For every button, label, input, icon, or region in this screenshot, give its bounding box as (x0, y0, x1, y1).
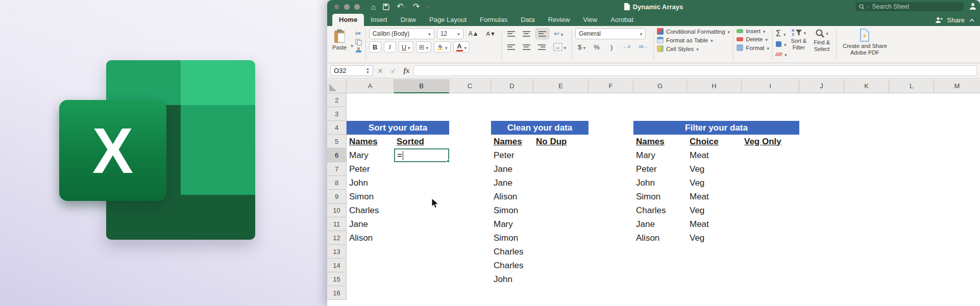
cell-H11[interactable]: Meat (687, 217, 742, 231)
cell-A7[interactable]: Peter (347, 162, 394, 176)
row-header-9[interactable]: 9 (327, 190, 347, 203)
grow-font-button[interactable]: A▲ (466, 28, 481, 39)
column-header-J[interactable]: J (799, 79, 844, 93)
row-header-6[interactable]: 6 (327, 148, 347, 162)
delete-cells-button[interactable]: Delete (737, 36, 769, 42)
cell-E5[interactable]: No Dup (533, 135, 589, 148)
collapse-ribbon-chevron-icon[interactable] (969, 18, 975, 22)
cell-G7[interactable]: Peter (633, 162, 687, 176)
bold-button[interactable]: B (369, 41, 381, 53)
cancel-entry-icon[interactable]: ✕ (377, 67, 383, 75)
cell-D12[interactable]: Simon (491, 231, 533, 245)
copy-button[interactable] (355, 39, 362, 45)
cell-D14[interactable]: Charles (491, 259, 533, 272)
cell-D7[interactable]: Jane (491, 162, 533, 176)
cell-H8[interactable]: Veg (687, 176, 742, 190)
align-middle-button[interactable] (520, 28, 533, 39)
cell-D10[interactable]: Simon (491, 203, 533, 217)
select-all-corner[interactable] (327, 79, 347, 93)
name-box[interactable]: O32 ▲▼ (330, 65, 373, 76)
cell-H6[interactable]: Meat (687, 148, 742, 162)
formula-input[interactable] (413, 65, 977, 76)
cell-B5[interactable]: Sorted (394, 135, 449, 148)
cell-H10[interactable]: Veg (687, 203, 742, 217)
paste-options-caret-icon[interactable] (351, 40, 353, 49)
column-header-I[interactable]: I (742, 79, 799, 93)
cell-G12[interactable]: Alison (633, 231, 687, 245)
cell-I5[interactable]: Veg Only (742, 135, 799, 148)
column-header-B[interactable]: B (394, 79, 449, 93)
cell-A8[interactable]: John (347, 176, 394, 190)
comma-format-button[interactable]: ) (605, 41, 618, 53)
tab-draw[interactable]: Draw (394, 14, 423, 26)
column-header-E[interactable]: E (533, 79, 589, 93)
cell-H5[interactable]: Choice (687, 135, 742, 148)
row-header-3[interactable]: 3 (327, 107, 347, 121)
clear-button[interactable] (776, 49, 787, 59)
column-header-L[interactable]: L (889, 79, 934, 93)
tab-data[interactable]: Data (514, 14, 541, 26)
cell-A5[interactable]: Names (347, 135, 394, 148)
minimize-window-button[interactable] (344, 4, 350, 10)
close-window-button[interactable] (334, 4, 339, 10)
percent-format-button[interactable]: % (591, 41, 603, 53)
cell-A11[interactable]: Jane (347, 217, 394, 231)
align-left-button[interactable] (505, 41, 518, 53)
column-header-K[interactable]: K (844, 79, 889, 93)
cell-styles-button[interactable]: Cell Styles (657, 45, 730, 52)
cell-H7[interactable]: Veg (687, 162, 742, 176)
active-cell-editor[interactable]: = (394, 148, 449, 162)
fill-color-button[interactable] (434, 41, 451, 53)
row-header-2[interactable]: 2 (327, 93, 347, 107)
row-header-12[interactable]: 12 (327, 231, 347, 245)
column-header-H[interactable]: H (687, 79, 742, 93)
cell-D6[interactable]: Peter (491, 148, 533, 162)
redo-button[interactable]: ↷ (413, 3, 420, 11)
cell-D11[interactable]: Mary (491, 217, 533, 231)
row-header-10[interactable]: 10 (327, 203, 347, 217)
cell-G11[interactable]: Jane (633, 217, 687, 231)
row-header-8[interactable]: 8 (327, 176, 347, 190)
cell-D8[interactable]: Jane (491, 176, 533, 190)
format-cells-button[interactable]: Format (737, 44, 769, 51)
currency-format-button[interactable]: $ (575, 41, 588, 53)
search-sheet-box[interactable]: Search Sheet (855, 2, 964, 11)
align-center-button[interactable] (520, 41, 533, 53)
account-person-icon[interactable] (969, 2, 977, 10)
decrease-decimal-button[interactable]: .00→ (635, 41, 650, 53)
font-size-select[interactable]: 12 (437, 28, 463, 39)
column-header-D[interactable]: D (491, 79, 533, 93)
conditional-formatting-button[interactable]: Conditional Formatting (657, 28, 730, 35)
row-header-16[interactable]: 16 (327, 286, 347, 300)
column-header-G[interactable]: G (633, 79, 687, 93)
paste-button[interactable]: Paste (330, 28, 349, 62)
cell-G9[interactable]: Simon (633, 190, 687, 203)
merge-center-button[interactable]: ↔ (551, 41, 569, 53)
cell-G6[interactable]: Mary (633, 148, 687, 162)
row-header-7[interactable]: 7 (327, 162, 347, 176)
find-select-button[interactable]: Find &Select (811, 28, 833, 62)
save-icon[interactable] (383, 4, 389, 10)
cell-D13[interactable]: Charles (491, 245, 533, 259)
font-color-button[interactable]: A (453, 41, 470, 53)
cell-D15[interactable]: John (491, 272, 533, 286)
format-as-table-button[interactable]: Format as Table (657, 37, 730, 43)
tab-page-layout[interactable]: Page Layout (423, 14, 473, 26)
row-header-5[interactable]: 5 (327, 135, 347, 148)
tab-view[interactable]: View (576, 14, 604, 26)
tab-review[interactable]: Review (542, 14, 577, 26)
wrap-text-button[interactable]: ↩ (552, 28, 566, 39)
tab-acrobat[interactable]: Acrobat (604, 14, 640, 26)
confirm-entry-icon[interactable]: ✓ (390, 67, 397, 75)
zoom-window-button[interactable] (354, 4, 360, 10)
cell-A9[interactable]: Simon (347, 190, 394, 203)
underline-button[interactable]: U (399, 41, 413, 53)
cell-A12[interactable]: Alison (347, 231, 394, 245)
row-header-13[interactable]: 13 (327, 245, 347, 259)
cell-A6[interactable]: Mary (347, 148, 394, 162)
row-header-4[interactable]: 4 (327, 121, 347, 135)
undo-button[interactable]: ↶ (397, 3, 406, 11)
cell-A10[interactable]: Charles (347, 203, 394, 217)
borders-button[interactable]: ⊞ (416, 41, 431, 53)
format-painter-button[interactable] (355, 47, 362, 53)
